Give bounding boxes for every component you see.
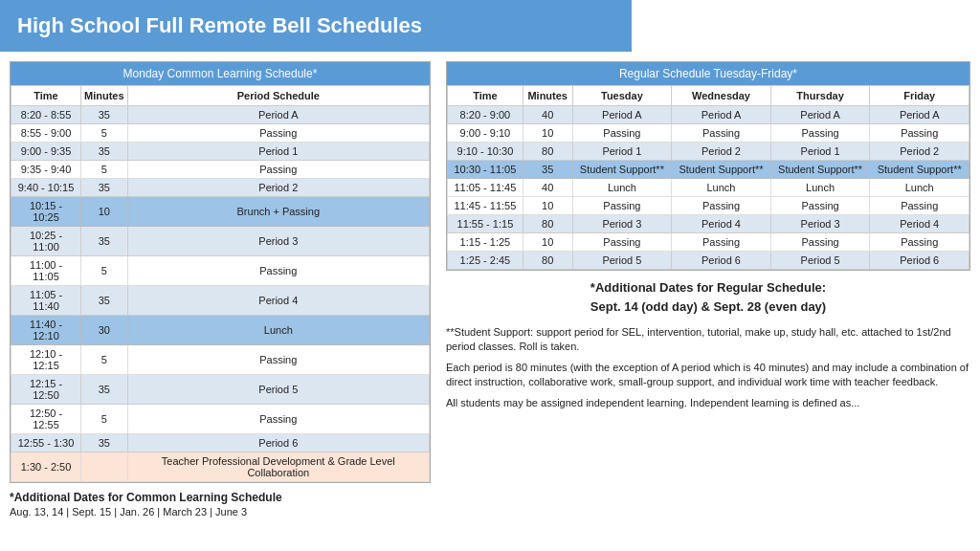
regular-row-tue: Period 5 xyxy=(572,252,672,270)
regular-row-wed: Passing xyxy=(672,197,771,215)
regular-row-tue: Student Support** xyxy=(572,161,672,179)
independent-note: All students may be assigned independent… xyxy=(446,396,970,410)
monday-row-minutes: 35 xyxy=(81,179,128,197)
monday-row-period: Passing xyxy=(127,345,429,375)
monday-row-period: Period A xyxy=(127,106,429,124)
regular-table-row: 11:05 - 11:4540LunchLunchLunchLunch xyxy=(448,179,969,197)
monday-table-row: 11:05 - 11:4035Period 4 xyxy=(11,286,430,316)
regular-row-time: 11:05 - 11:45 xyxy=(448,179,523,197)
monday-row-minutes: 35 xyxy=(81,106,128,124)
regular-additional-dates: Sept. 14 (odd day) & Sept. 28 (even day) xyxy=(590,299,826,314)
regular-row-time: 9:00 - 9:10 xyxy=(448,124,523,143)
regular-row-fri: Passing xyxy=(870,233,969,252)
monday-row-period: Passing xyxy=(127,124,429,143)
regular-additional: *Additional Dates for Regular Schedule: … xyxy=(446,278,970,316)
monday-row-minutes: 5 xyxy=(81,124,128,143)
monday-row-period: Period 3 xyxy=(127,227,429,256)
regular-table-title: Regular Schedule Tuesday-Friday* xyxy=(447,62,969,85)
period-note: Each period is 80 minutes (with the exce… xyxy=(446,361,970,390)
regular-row-minutes: 80 xyxy=(523,143,572,161)
monday-row-period: Period 2 xyxy=(127,179,429,197)
regular-row-thu: Period 3 xyxy=(770,215,870,233)
monday-additional-title: *Additional Dates for Common Learning Sc… xyxy=(10,491,431,504)
monday-row-minutes: 5 xyxy=(81,256,128,286)
monday-row-time: 11:05 - 11:40 xyxy=(11,286,81,316)
regular-section: Regular Schedule Tuesday-Friday* TimeMin… xyxy=(446,61,970,410)
regular-row-fri: Period 6 xyxy=(870,252,969,270)
regular-row-wed: Period 6 xyxy=(672,252,771,270)
monday-row-period: Brunch + Passing xyxy=(127,197,429,227)
regular-table-row: 8:20 - 9:0040Period APeriod APeriod APer… xyxy=(448,106,969,124)
regular-row-minutes: 80 xyxy=(523,215,572,233)
monday-row-period: Period 5 xyxy=(127,375,429,405)
monday-table-row: 12:55 - 1:3035Period 6 xyxy=(11,434,430,452)
monday-row-time: 9:40 - 10:15 xyxy=(11,179,81,197)
monday-row-period: Teacher Professional Development & Grade… xyxy=(127,452,429,482)
monday-row-minutes: 35 xyxy=(81,227,128,256)
monday-row-time: 12:50 - 12:55 xyxy=(11,405,81,434)
monday-section: Monday Common Learning Schedule* Time Mi… xyxy=(10,61,431,518)
regular-row-wed: Period A xyxy=(672,106,771,124)
monday-row-minutes: 35 xyxy=(81,286,128,316)
regular-table-row: 9:10 - 10:3080Period 1Period 2Period 1Pe… xyxy=(448,143,969,161)
regular-row-thu: Period 5 xyxy=(770,252,870,270)
monday-row-minutes: 5 xyxy=(81,161,128,179)
monday-table-row: 11:40 - 12:1030Lunch xyxy=(11,316,430,345)
monday-table-row: 12:15 - 12:5035Period 5 xyxy=(11,375,430,405)
monday-row-time: 8:55 - 9:00 xyxy=(11,124,81,143)
regular-row-tue: Passing xyxy=(572,197,672,215)
monday-table-row: 8:55 - 9:005Passing xyxy=(11,124,430,143)
regular-row-tue: Lunch xyxy=(572,179,672,197)
monday-row-time: 12:15 - 12:50 xyxy=(11,375,81,405)
regular-row-time: 1:25 - 2:45 xyxy=(448,252,523,270)
regular-additional-title: *Additional Dates for Regular Schedule: xyxy=(590,280,826,295)
regular-row-fri: Passing xyxy=(870,197,969,215)
monday-row-period: Passing xyxy=(127,161,429,179)
regular-row-minutes: 40 xyxy=(523,179,572,197)
regular-row-minutes: 40 xyxy=(523,106,572,124)
monday-row-minutes: 35 xyxy=(81,143,128,161)
regular-table-row: 11:55 - 1:1580Period 3Period 4Period 3Pe… xyxy=(448,215,969,233)
monday-row-period: Period 4 xyxy=(127,286,429,316)
regular-row-minutes: 10 xyxy=(523,124,572,143)
regular-row-fri: Passing xyxy=(870,124,969,143)
regular-row-wed: Period 2 xyxy=(672,143,771,161)
regular-col-header: Tuesday xyxy=(572,86,672,106)
regular-row-fri: Period A xyxy=(870,106,969,124)
regular-row-tue: Period 3 xyxy=(572,215,672,233)
monday-table-row: 12:50 - 12:555Passing xyxy=(11,405,430,434)
monday-row-time: 8:20 - 8:55 xyxy=(11,106,81,124)
monday-row-period: Passing xyxy=(127,405,429,434)
monday-row-minutes: 5 xyxy=(81,345,128,375)
monday-row-time: 9:00 - 9:35 xyxy=(11,143,81,161)
monday-table-row: 9:40 - 10:1535Period 2 xyxy=(11,179,430,197)
monday-row-minutes: 30 xyxy=(81,316,128,345)
regular-row-thu: Passing xyxy=(770,197,870,215)
regular-row-fri: Period 4 xyxy=(870,215,969,233)
monday-row-minutes: 10 xyxy=(81,197,128,227)
monday-table-row: 1:30 - 2:50Teacher Professional Developm… xyxy=(11,452,430,482)
monday-row-time: 11:40 - 12:10 xyxy=(11,316,81,345)
regular-row-tue: Passing xyxy=(572,124,672,143)
regular-row-time: 1:15 - 1:25 xyxy=(448,233,523,252)
monday-row-time: 12:10 - 12:15 xyxy=(11,345,81,375)
monday-table-row: 9:35 - 9:405Passing xyxy=(11,161,430,179)
regular-row-thu: Period 1 xyxy=(770,143,870,161)
regular-row-wed: Period 4 xyxy=(672,215,771,233)
regular-row-thu: Lunch xyxy=(770,179,870,197)
regular-table-row: 11:45 - 11:5510PassingPassingPassingPass… xyxy=(448,197,969,215)
regular-row-wed: Passing xyxy=(672,124,771,143)
regular-row-minutes: 35 xyxy=(523,161,572,179)
regular-row-wed: Student Support** xyxy=(672,161,771,179)
monday-table-row: 8:20 - 8:5535Period A xyxy=(11,106,430,124)
monday-row-period: Passing xyxy=(127,256,429,286)
regular-table-row: 10:30 - 11:0535Student Support**Student … xyxy=(448,161,969,179)
monday-row-period: Lunch xyxy=(127,316,429,345)
monday-table-row: 9:00 - 9:3535Period 1 xyxy=(11,143,430,161)
regular-row-time: 10:30 - 11:05 xyxy=(448,161,523,179)
monday-row-time: 10:15 - 10:25 xyxy=(11,197,81,227)
student-support-note: **Student Support: support period for SE… xyxy=(446,325,970,355)
monday-row-minutes: 35 xyxy=(81,434,128,452)
regular-row-minutes: 10 xyxy=(523,197,572,215)
regular-row-tue: Period A xyxy=(572,106,672,124)
